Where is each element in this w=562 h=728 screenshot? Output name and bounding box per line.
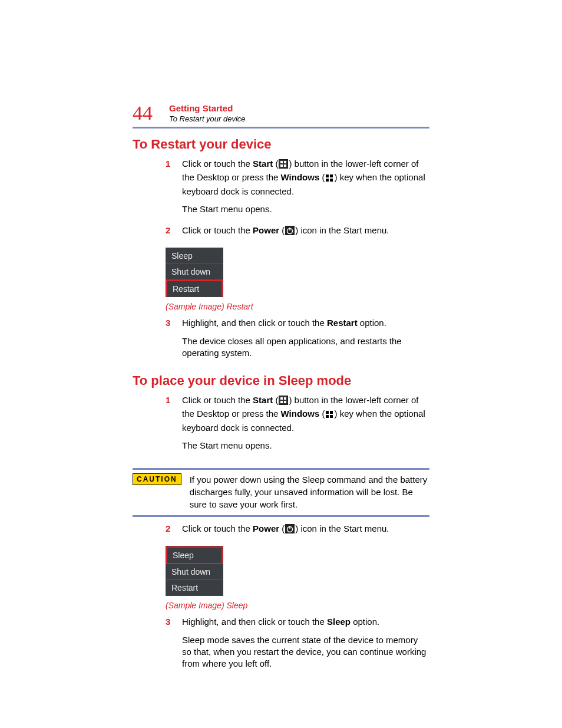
- step-number: 1: [166, 158, 182, 221]
- heading-sleep: To place your device in Sleep mode: [133, 373, 429, 388]
- svg-rect-17: [326, 411, 329, 414]
- menu-item-sleep: Sleep: [166, 248, 223, 264]
- page-number: 44: [133, 103, 153, 123]
- text-bold: Power: [253, 225, 279, 235]
- text: Click or touch the: [182, 395, 253, 405]
- text: (: [319, 172, 325, 182]
- svg-rect-19: [326, 415, 329, 418]
- menu-item-shutdown: Shut down: [166, 564, 223, 580]
- svg-rect-3: [280, 164, 283, 167]
- divider: [133, 515, 429, 517]
- svg-rect-8: [330, 179, 333, 182]
- power-menu-sample-restart: Sleep Shut down Restart: [166, 248, 223, 297]
- caution-label: CAUTION: [133, 473, 181, 485]
- running-header: 44 Getting Started To Restart your devic…: [133, 103, 429, 123]
- menu-item-sleep: Sleep: [166, 546, 223, 564]
- power-icon: [285, 226, 295, 238]
- windows-key-icon: [325, 173, 333, 185]
- text: ) icon in the Start menu.: [295, 523, 389, 533]
- text: The Start menu opens.: [182, 203, 429, 215]
- text: (: [319, 409, 325, 419]
- breadcrumb: To Restart your device: [169, 114, 246, 123]
- svg-rect-4: [284, 164, 286, 167]
- text: Click or touch the: [182, 225, 253, 235]
- svg-rect-2: [284, 161, 286, 163]
- svg-rect-13: [280, 397, 283, 400]
- text: ) icon in the Start menu.: [295, 225, 389, 235]
- menu-item-restart: Restart: [166, 280, 223, 297]
- text-bold: Start: [253, 159, 273, 169]
- caption: (Sample Image) Restart: [166, 302, 429, 311]
- text-bold: Power: [253, 523, 279, 533]
- caution-text: If you power down using the Sleep comman…: [190, 473, 429, 510]
- chapter-title: Getting Started: [169, 103, 246, 113]
- step-number: 1: [166, 394, 182, 457]
- text: Sleep mode saves the current state of th…: [182, 634, 429, 670]
- text: Highlight, and then click or touch the: [182, 318, 327, 328]
- step-number: 2: [166, 225, 182, 244]
- step-number: 3: [166, 616, 182, 676]
- svg-rect-14: [284, 397, 286, 400]
- text: (: [279, 523, 285, 533]
- text: option.: [351, 617, 379, 627]
- power-menu-sample-sleep: Sleep Shut down Restart: [166, 546, 223, 596]
- svg-rect-5: [326, 174, 329, 177]
- svg-rect-12: [279, 396, 288, 405]
- step: 2 Click or touch the Power () icon in th…: [166, 523, 429, 542]
- svg-rect-16: [284, 401, 286, 403]
- power-icon: [285, 524, 295, 536]
- heading-restart: To Restart your device: [133, 137, 429, 152]
- menu-item-restart: Restart: [166, 580, 223, 595]
- step-number: 3: [166, 317, 182, 365]
- text: The device closes all open applications,…: [182, 335, 429, 360]
- step: 1 Click or touch the Start () button in …: [166, 158, 429, 221]
- text-bold: Windows: [281, 172, 320, 182]
- text-bold: Restart: [327, 318, 358, 328]
- divider: [133, 468, 429, 470]
- text: option.: [358, 318, 386, 328]
- start-icon: [279, 159, 288, 172]
- text: Click or touch the: [182, 523, 253, 533]
- text: Highlight, and then click or touch the: [182, 617, 327, 627]
- text: (: [273, 159, 278, 169]
- windows-key-icon: [325, 410, 333, 421]
- svg-rect-7: [326, 179, 329, 182]
- step-number: 2: [166, 523, 182, 542]
- text: The Start menu opens.: [182, 440, 429, 452]
- text: (: [279, 225, 285, 235]
- svg-rect-18: [330, 411, 333, 414]
- text-bold: Sleep: [327, 617, 351, 627]
- step: 3 Highlight, and then click or touch the…: [166, 317, 429, 365]
- text-bold: Start: [253, 395, 273, 405]
- step: 2 Click or touch the Power () icon in th…: [166, 225, 429, 244]
- step: 1 Click or touch the Start () button in …: [166, 394, 429, 457]
- text: (: [273, 395, 278, 405]
- caution-block: CAUTION If you power down using the Slee…: [133, 468, 429, 517]
- text: Click or touch the: [182, 159, 253, 169]
- divider: [133, 127, 429, 129]
- svg-rect-15: [280, 401, 283, 403]
- svg-rect-0: [279, 159, 288, 169]
- svg-rect-20: [330, 415, 333, 418]
- svg-rect-6: [330, 174, 333, 177]
- caption: (Sample Image) Sleep: [166, 601, 429, 610]
- text-bold: Windows: [281, 409, 320, 419]
- svg-rect-1: [280, 161, 283, 163]
- menu-item-shutdown: Shut down: [166, 264, 223, 280]
- step: 3 Highlight, and then click or touch the…: [166, 616, 429, 676]
- start-icon: [279, 396, 288, 408]
